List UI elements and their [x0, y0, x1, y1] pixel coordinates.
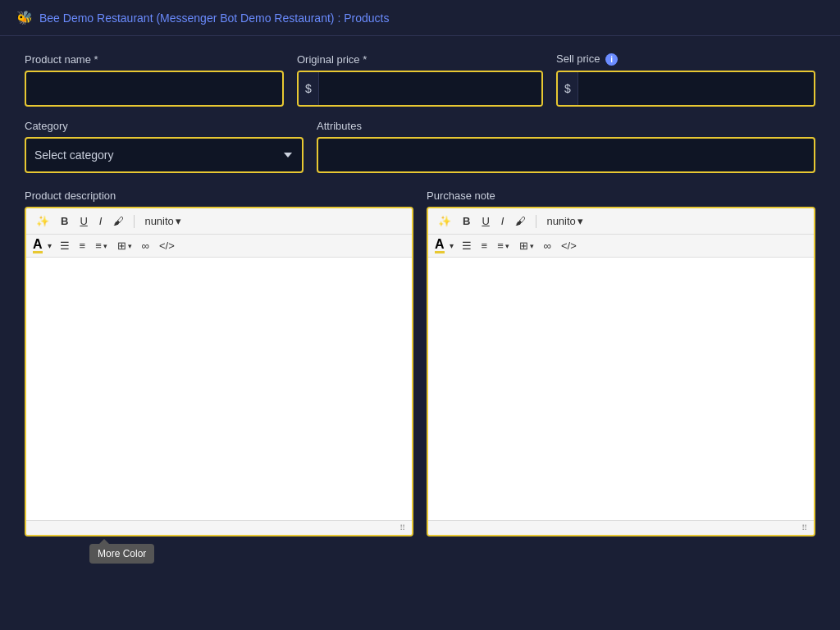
desc-font-btn[interactable]: nunito ▾: [141, 213, 184, 229]
note-link-btn[interactable]: ∞: [541, 238, 555, 253]
purchase-note-body[interactable]: [428, 258, 814, 520]
product-name-input[interactable]: [25, 71, 284, 107]
desc-toolbar-sep1: [134, 215, 135, 228]
form-row-1: Product name * Original price * $ Sell p…: [25, 52, 815, 107]
info-icon[interactable]: i: [605, 53, 618, 66]
desc-paint-btn[interactable]: 🖌: [110, 213, 127, 229]
desc-list-unordered-btn[interactable]: ☰: [57, 238, 73, 253]
desc-color-a: A: [33, 238, 43, 253]
desc-color-dropdown[interactable]: ▾: [46, 241, 53, 250]
note-color-a: A: [435, 238, 445, 253]
product-description-group: Product description ✨ B U I 🖌 nunito ▾ A…: [25, 189, 413, 536]
category-label: Category: [25, 120, 304, 132]
form-row-2: Category Select category Attributes: [25, 120, 815, 173]
desc-list-ordered-btn[interactable]: ≡: [76, 238, 89, 253]
note-toolbar-row2: A ▾ ☰ ≡ ≡ ▾ ⊞ ▾ ∞ </>: [428, 235, 814, 258]
desc-table-btn[interactable]: ⊞ ▾: [114, 238, 135, 253]
sell-price-prefix: $: [558, 72, 578, 105]
desc-underline-btn[interactable]: U: [76, 213, 90, 229]
desc-toolbar-row1: ✨ B U I 🖌 nunito ▾: [26, 208, 412, 235]
purchase-note-group: Purchase note ✨ B U I 🖌 nunito ▾ A ▾: [427, 189, 815, 536]
header-bar: 🐝 Bee Demo Restaurant (Messenger Bot Dem…: [0, 0, 840, 36]
purchase-note-label: Purchase note: [427, 189, 815, 202]
product-description-editor: ✨ B U I 🖌 nunito ▾ A ▾ ☰ ≡ ≡ ▾ ⊞: [25, 207, 413, 536]
category-group: Category Select category: [25, 120, 304, 173]
product-description-label: Product description: [25, 189, 413, 202]
purchase-note-editor: ✨ B U I 🖌 nunito ▾ A ▾ ☰ ≡ ≡ ▾ ⊞: [427, 207, 815, 536]
note-italic-btn[interactable]: I: [498, 213, 508, 229]
attributes-group: Attributes: [317, 120, 815, 173]
note-align-btn[interactable]: ≡ ▾: [494, 238, 513, 253]
note-toolbar-row1: ✨ B U I 🖌 nunito ▾: [428, 208, 814, 235]
sell-price-input[interactable]: [578, 72, 814, 105]
desc-editor-footer: ⠿: [26, 520, 412, 535]
original-price-input[interactable]: [319, 72, 541, 105]
note-paint-btn[interactable]: 🖌: [512, 213, 529, 229]
original-price-wrapper: $: [297, 71, 543, 107]
note-table-btn[interactable]: ⊞ ▾: [516, 238, 537, 253]
desc-resize-handle: ⠿: [399, 523, 405, 532]
attributes-input[interactable]: [317, 137, 815, 173]
note-toolbar-sep1: [536, 215, 536, 228]
desc-magic-btn[interactable]: ✨: [33, 213, 52, 229]
sell-price-group: Sell price i $: [556, 52, 815, 107]
more-color-tooltip: More Color: [89, 544, 154, 564]
product-description-body[interactable]: [26, 258, 412, 520]
desc-toolbar-row2: A ▾ ☰ ≡ ≡ ▾ ⊞ ▾ ∞ </>: [26, 235, 412, 258]
original-price-label: Original price *: [297, 53, 543, 66]
original-price-group: Original price * $: [297, 53, 543, 107]
product-name-group: Product name *: [25, 53, 284, 107]
note-resize-handle: ⠿: [801, 523, 807, 532]
header-icon: 🐝: [16, 10, 33, 25]
note-color-dropdown[interactable]: ▾: [448, 241, 455, 250]
category-select[interactable]: Select category: [25, 137, 304, 173]
attributes-label: Attributes: [317, 120, 815, 132]
note-editor-footer: ⠿: [428, 520, 814, 535]
note-underline-btn[interactable]: U: [478, 213, 492, 229]
desc-code-btn[interactable]: </>: [156, 238, 178, 253]
editors-row: Product description ✨ B U I 🖌 nunito ▾ A…: [25, 189, 815, 536]
note-magic-btn[interactable]: ✨: [435, 213, 454, 229]
product-name-label: Product name *: [25, 53, 284, 66]
main-content: Product name * Original price * $ Sell p…: [0, 36, 840, 553]
note-list-unordered-btn[interactable]: ☰: [459, 238, 475, 253]
desc-align-btn[interactable]: ≡ ▾: [92, 238, 111, 253]
original-price-prefix: $: [299, 72, 319, 105]
editors-wrapper: Product description ✨ B U I 🖌 nunito ▾ A…: [25, 189, 815, 536]
desc-link-btn[interactable]: ∞: [139, 238, 153, 253]
sell-price-label: Sell price i: [556, 52, 815, 66]
sell-price-wrapper: $: [556, 71, 815, 107]
note-font-btn[interactable]: nunito ▾: [543, 213, 586, 229]
header-title: Bee Demo Restaurant (Messenger Bot Demo …: [39, 11, 389, 25]
desc-italic-btn[interactable]: I: [96, 213, 106, 229]
note-bold-btn[interactable]: B: [459, 213, 473, 229]
note-code-btn[interactable]: </>: [558, 238, 580, 253]
desc-bold-btn[interactable]: B: [57, 213, 71, 229]
note-list-ordered-btn[interactable]: ≡: [478, 238, 491, 253]
